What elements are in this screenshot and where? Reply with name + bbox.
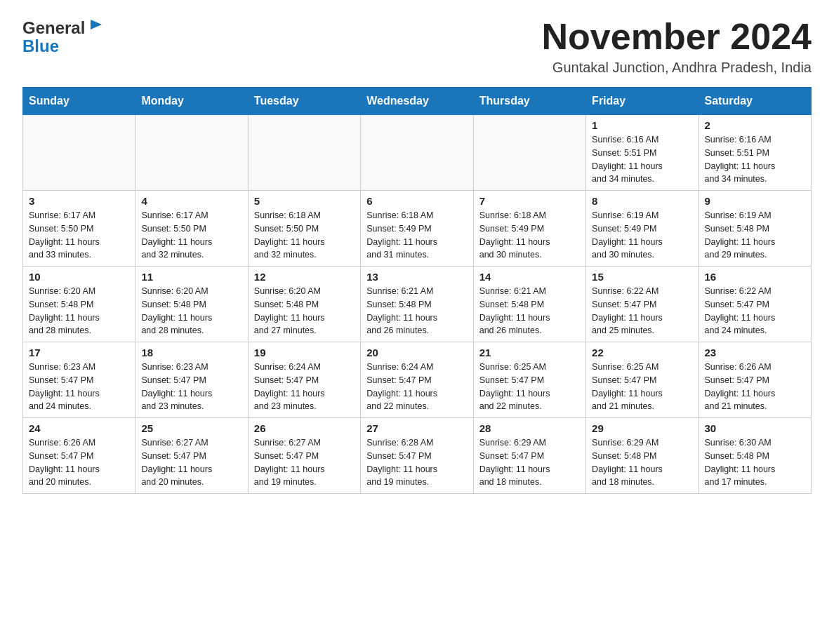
calendar-cell: 20Sunrise: 6:24 AMSunset: 5:47 PMDayligh…: [361, 342, 473, 418]
day-info: Sunrise: 6:21 AMSunset: 5:48 PMDaylight:…: [479, 285, 580, 337]
calendar-cell: 8Sunrise: 6:19 AMSunset: 5:49 PMDaylight…: [586, 191, 699, 267]
calendar-cell: 22Sunrise: 6:25 AMSunset: 5:47 PMDayligh…: [586, 342, 699, 418]
page-header: General Blue November 2024 Guntakal Junc…: [22, 17, 812, 76]
day-number: 1: [592, 119, 692, 131]
day-number: 20: [366, 347, 467, 358]
calendar-cell: 2Sunrise: 6:16 AMSunset: 5:51 PMDaylight…: [699, 115, 811, 191]
calendar-cell: 11Sunrise: 6:20 AMSunset: 5:48 PMDayligh…: [135, 267, 248, 342]
calendar-cell: 16Sunrise: 6:22 AMSunset: 5:47 PMDayligh…: [699, 267, 811, 342]
calendar-cell: 15Sunrise: 6:22 AMSunset: 5:47 PMDayligh…: [586, 267, 699, 342]
day-number: 18: [141, 347, 241, 358]
calendar-cell: [361, 115, 473, 191]
calendar-cell: 12Sunrise: 6:20 AMSunset: 5:48 PMDayligh…: [248, 267, 360, 342]
calendar-cell: 26Sunrise: 6:27 AMSunset: 5:47 PMDayligh…: [248, 418, 360, 494]
day-number: 28: [479, 422, 580, 434]
day-info: Sunrise: 6:26 AMSunset: 5:47 PMDaylight:…: [705, 361, 805, 413]
calendar-cell: 30Sunrise: 6:30 AMSunset: 5:48 PMDayligh…: [699, 418, 811, 494]
calendar-cell: [473, 115, 585, 191]
day-number: 9: [705, 195, 805, 207]
calendar-cell: 5Sunrise: 6:18 AMSunset: 5:50 PMDaylight…: [248, 191, 360, 267]
day-info: Sunrise: 6:25 AMSunset: 5:47 PMDaylight:…: [479, 361, 580, 413]
calendar-cell: 14Sunrise: 6:21 AMSunset: 5:48 PMDayligh…: [473, 267, 585, 342]
day-info: Sunrise: 6:27 AMSunset: 5:47 PMDaylight:…: [141, 436, 241, 489]
calendar-cell: 10Sunrise: 6:20 AMSunset: 5:48 PMDayligh…: [23, 267, 135, 342]
calendar-day-header: Thursday: [473, 88, 585, 115]
day-number: 22: [592, 347, 692, 358]
day-info: Sunrise: 6:30 AMSunset: 5:48 PMDaylight:…: [705, 436, 805, 489]
day-number: 30: [705, 422, 805, 434]
day-info: Sunrise: 6:18 AMSunset: 5:50 PMDaylight:…: [254, 209, 355, 262]
day-info: Sunrise: 6:16 AMSunset: 5:51 PMDaylight:…: [705, 133, 805, 186]
calendar-cell: 7Sunrise: 6:18 AMSunset: 5:49 PMDaylight…: [473, 191, 585, 267]
day-number: 6: [366, 195, 467, 207]
calendar-cell: 13Sunrise: 6:21 AMSunset: 5:48 PMDayligh…: [361, 267, 473, 342]
calendar-cell: [248, 115, 360, 191]
calendar-day-header: Wednesday: [361, 88, 473, 115]
day-number: 19: [254, 347, 355, 358]
calendar-week-row: 3Sunrise: 6:17 AMSunset: 5:50 PMDaylight…: [23, 191, 812, 267]
day-info: Sunrise: 6:21 AMSunset: 5:48 PMDaylight:…: [366, 285, 467, 337]
calendar-week-row: 10Sunrise: 6:20 AMSunset: 5:48 PMDayligh…: [23, 267, 812, 342]
day-info: Sunrise: 6:22 AMSunset: 5:47 PMDaylight:…: [705, 285, 805, 337]
day-info: Sunrise: 6:27 AMSunset: 5:47 PMDaylight:…: [254, 436, 355, 489]
day-number: 15: [592, 271, 692, 283]
logo-triangle-icon: [88, 17, 103, 35]
day-number: 16: [705, 271, 805, 283]
calendar-cell: 17Sunrise: 6:23 AMSunset: 5:47 PMDayligh…: [23, 342, 135, 418]
day-info: Sunrise: 6:19 AMSunset: 5:48 PMDaylight:…: [705, 209, 805, 262]
calendar-cell: 21Sunrise: 6:25 AMSunset: 5:47 PMDayligh…: [473, 342, 585, 418]
calendar-cell: 29Sunrise: 6:29 AMSunset: 5:48 PMDayligh…: [586, 418, 699, 494]
calendar-cell: 27Sunrise: 6:28 AMSunset: 5:47 PMDayligh…: [361, 418, 473, 494]
day-number: 21: [479, 347, 580, 358]
calendar-cell: 28Sunrise: 6:29 AMSunset: 5:47 PMDayligh…: [473, 418, 585, 494]
day-info: Sunrise: 6:18 AMSunset: 5:49 PMDaylight:…: [366, 209, 467, 262]
day-info: Sunrise: 6:29 AMSunset: 5:47 PMDaylight:…: [479, 436, 580, 489]
calendar-cell: 9Sunrise: 6:19 AMSunset: 5:48 PMDaylight…: [699, 191, 811, 267]
calendar-cell: 18Sunrise: 6:23 AMSunset: 5:47 PMDayligh…: [135, 342, 248, 418]
calendar-table: SundayMondayTuesdayWednesdayThursdayFrid…: [22, 87, 812, 494]
page-title: November 2024: [542, 17, 812, 57]
day-info: Sunrise: 6:20 AMSunset: 5:48 PMDaylight:…: [29, 285, 129, 337]
day-info: Sunrise: 6:17 AMSunset: 5:50 PMDaylight:…: [141, 209, 241, 262]
day-number: 2: [705, 119, 805, 131]
day-number: 13: [366, 271, 467, 283]
page-subtitle: Guntakal Junction, Andhra Pradesh, India: [542, 60, 812, 76]
calendar-cell: 6Sunrise: 6:18 AMSunset: 5:49 PMDaylight…: [361, 191, 473, 267]
calendar-day-header: Monday: [135, 88, 248, 115]
day-info: Sunrise: 6:24 AMSunset: 5:47 PMDaylight:…: [254, 361, 355, 413]
calendar-week-row: 17Sunrise: 6:23 AMSunset: 5:47 PMDayligh…: [23, 342, 812, 418]
day-info: Sunrise: 6:25 AMSunset: 5:47 PMDaylight:…: [592, 361, 692, 413]
calendar-cell: 4Sunrise: 6:17 AMSunset: 5:50 PMDaylight…: [135, 191, 248, 267]
day-info: Sunrise: 6:17 AMSunset: 5:50 PMDaylight:…: [29, 209, 129, 262]
day-number: 14: [479, 271, 580, 283]
day-info: Sunrise: 6:23 AMSunset: 5:47 PMDaylight:…: [141, 361, 241, 413]
day-number: 4: [141, 195, 241, 207]
day-number: 11: [141, 271, 241, 283]
day-number: 8: [592, 195, 692, 207]
calendar-week-row: 24Sunrise: 6:26 AMSunset: 5:47 PMDayligh…: [23, 418, 812, 494]
logo-line2: Blue: [22, 36, 59, 56]
calendar-cell: 24Sunrise: 6:26 AMSunset: 5:47 PMDayligh…: [23, 418, 135, 494]
day-number: 17: [29, 347, 129, 358]
title-area: November 2024 Guntakal Junction, Andhra …: [542, 17, 812, 76]
day-number: 26: [254, 422, 355, 434]
day-number: 5: [254, 195, 355, 207]
day-info: Sunrise: 6:24 AMSunset: 5:47 PMDaylight:…: [366, 361, 467, 413]
day-info: Sunrise: 6:18 AMSunset: 5:49 PMDaylight:…: [479, 209, 580, 262]
day-info: Sunrise: 6:29 AMSunset: 5:48 PMDaylight:…: [592, 436, 692, 489]
day-number: 27: [366, 422, 467, 434]
calendar-day-header: Sunday: [23, 88, 135, 115]
calendar-week-row: 1Sunrise: 6:16 AMSunset: 5:51 PMDaylight…: [23, 115, 812, 191]
day-info: Sunrise: 6:19 AMSunset: 5:49 PMDaylight:…: [592, 209, 692, 262]
day-info: Sunrise: 6:16 AMSunset: 5:51 PMDaylight:…: [592, 133, 692, 186]
day-number: 12: [254, 271, 355, 283]
day-number: 23: [705, 347, 805, 358]
calendar-cell: [23, 115, 135, 191]
day-info: Sunrise: 6:22 AMSunset: 5:47 PMDaylight:…: [592, 285, 692, 337]
logo: General Blue: [22, 17, 103, 56]
calendar-cell: 23Sunrise: 6:26 AMSunset: 5:47 PMDayligh…: [699, 342, 811, 418]
day-number: 10: [29, 271, 129, 283]
calendar-day-header: Friday: [586, 88, 699, 115]
day-number: 24: [29, 422, 129, 434]
day-info: Sunrise: 6:20 AMSunset: 5:48 PMDaylight:…: [141, 285, 241, 337]
